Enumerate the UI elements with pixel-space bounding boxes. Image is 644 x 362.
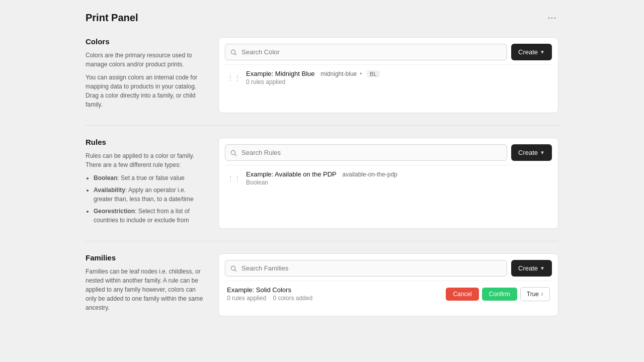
families-item-stats: 0 rules applied 0 colors added [227, 295, 442, 302]
rules-bullet-georestriction: Georestriction: Select from a list of co… [94, 207, 206, 225]
families-desc: Families can be leaf nodes i.e. childles… [86, 267, 206, 312]
families-cancel-button[interactable]: Cancel [446, 288, 478, 301]
colors-section-left: Colors Colors are the primary resource u… [86, 37, 206, 113]
colors-item-sub: 0 rules applied [246, 78, 550, 85]
families-search-row: Create ▼ [225, 260, 552, 277]
families-create-label: Create [518, 264, 538, 272]
colors-drag-handle[interactable]: ⋮⋮ [227, 74, 241, 82]
rules-search-row: Create ▼ [225, 144, 552, 161]
families-search-input[interactable] [225, 260, 507, 277]
rules-bullet-availability: Availability: Apply an operator i.e. gre… [94, 186, 206, 204]
colors-item-name: Example: Midnight Blue [246, 70, 315, 77]
rules-create-label: Create [518, 149, 538, 156]
rules-section: Rules Rules can be applied to a color or… [86, 138, 558, 241]
families-item-row: Example: Solid Colors 0 rules applied 0 … [225, 281, 552, 307]
more-icon[interactable]: ⋯ [545, 10, 558, 25]
page-header: Print Panel ⋯ [86, 10, 558, 25]
page-title: Print Panel [86, 12, 138, 24]
families-item-name: Example: Solid Colors [227, 286, 442, 294]
colors-search-input[interactable] [225, 44, 507, 60]
families-create-button[interactable]: Create ▼ [511, 260, 552, 277]
colors-search-wrap [225, 44, 507, 60]
families-confirm-button[interactable]: Confirm [482, 288, 517, 301]
rules-search-wrap [225, 144, 507, 161]
colors-item-code: midnight-blue [320, 70, 357, 77]
rules-drag-handle[interactable]: ⋮⋮ [227, 174, 241, 183]
families-section-left: Families Families can be leaf nodes i.e.… [86, 253, 206, 316]
rules-item-code: available-on-the-pdp [342, 171, 397, 178]
colors-item-info: Example: Midnight Blue midnight-blue • B… [246, 70, 550, 85]
families-rules-applied: 0 rules applied [227, 295, 266, 302]
rules-bullets: Boolean: Set a true or false value Avail… [86, 173, 206, 225]
families-true-label: True [527, 291, 539, 298]
rules-section-title: Rules [86, 138, 206, 146]
colors-section-title: Colors [86, 37, 206, 46]
rules-bullet-boolean: Boolean: Set a true or false value [94, 173, 206, 183]
colors-item-tag: BL [367, 70, 379, 77]
rules-create-button[interactable]: Create ▼ [511, 144, 552, 161]
rules-panel: Create ▼ ⋮⋮ Example: Available on the PD… [218, 138, 558, 229]
rules-item-row: ⋮⋮ Example: Available on the PDP availab… [225, 165, 552, 191]
colors-item-dot: • [360, 70, 362, 77]
rules-create-chevron: ▼ [540, 150, 545, 155]
colors-item-row: ⋮⋮ Example: Midnight Blue midnight-blue … [225, 64, 552, 90]
families-true-button[interactable]: True ↕ [520, 287, 550, 301]
families-section-title: Families [86, 253, 206, 262]
families-section: Families Families can be leaf nodes i.e.… [86, 253, 558, 328]
families-item-info: Example: Solid Colors 0 rules applied 0 … [227, 286, 442, 302]
rules-item-sub: Boolean [246, 179, 550, 186]
colors-section: Colors Colors are the primary resource u… [86, 37, 558, 126]
rules-section-left: Rules Rules can be applied to a color or… [86, 138, 206, 229]
families-panel: Create ▼ Example: Solid Colors 0 rules a… [218, 253, 558, 316]
colors-create-button[interactable]: Create ▼ [511, 44, 552, 60]
colors-create-chevron: ▼ [540, 49, 545, 55]
rules-desc: Rules can be applied to a color or famil… [86, 151, 206, 169]
colors-desc-2: You can assign colors an internal code f… [86, 73, 206, 109]
colors-create-label: Create [518, 48, 538, 56]
families-search-wrap [225, 260, 507, 277]
families-create-chevron: ▼ [540, 265, 545, 271]
rules-item-info: Example: Available on the PDP available-… [246, 170, 550, 186]
families-actions: Cancel Confirm True ↕ [446, 287, 550, 301]
colors-desc-1: Colors are the primary resource used to … [86, 51, 206, 69]
families-true-chevron: ↕ [541, 291, 543, 297]
colors-panel: Create ▼ ⋮⋮ Example: Midnight Blue midni… [218, 37, 558, 113]
rules-search-input[interactable] [225, 144, 507, 161]
colors-search-row: Create ▼ [225, 44, 552, 60]
families-colors-added: 0 colors added [273, 295, 312, 302]
rules-item-name: Example: Available on the PDP [246, 170, 337, 178]
